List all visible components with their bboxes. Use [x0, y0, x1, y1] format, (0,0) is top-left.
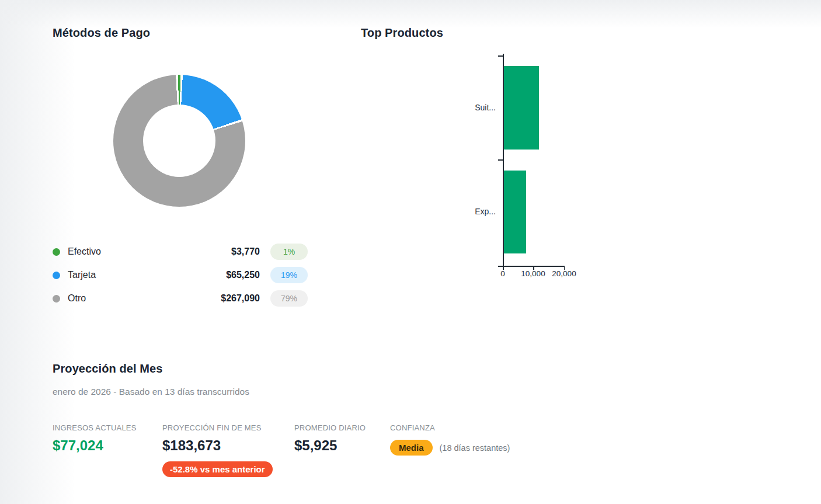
x-tick-label: 10,000 — [516, 269, 551, 278]
legend-row-tarjeta: Tarjeta $65,250 19% — [53, 263, 308, 287]
legend-label: Tarjeta — [68, 270, 96, 280]
stat-label: CONFIANZA — [390, 423, 510, 432]
projection-stats: INGRESOS ACTUALES $77,024 PROYECCIÓN FIN… — [53, 423, 510, 477]
confidence-note: (18 días restantes) — [440, 443, 510, 453]
legend-label: Otro — [68, 293, 86, 304]
efectivo-color-dot — [53, 248, 60, 256]
category-label: Suit... — [447, 103, 496, 112]
dashboard-page: Métodos de Pago Efectivo $3,770 1% Tarje… — [0, 0, 821, 504]
stat-badge-3: Media — [390, 440, 433, 456]
stat-badge-1: -52.8% vs mes anterior — [162, 461, 273, 477]
stat-label: PROMEDIO DIARIO — [294, 423, 390, 432]
x-axis-line — [498, 266, 565, 267]
percent-pill: 79% — [270, 290, 308, 307]
y-axis-tick — [498, 159, 503, 161]
stat-ingresos-actuales: INGRESOS ACTUALES $77,024 — [53, 423, 162, 454]
stat-label: PROYECCIÓN FIN DE MES — [162, 423, 294, 432]
payment-methods-title: Métodos de Pago — [53, 26, 150, 40]
x-tick-label: 20,000 — [547, 269, 582, 278]
legend-amount: $3,770 — [231, 246, 260, 257]
percent-pill: 1% — [270, 244, 308, 260]
stat-value-0: $77,024 — [53, 437, 162, 454]
category-label: Exp... — [447, 207, 496, 216]
projection-subtitle: enero de 2026 - Basado en 13 días transc… — [53, 387, 249, 397]
stat-proyeccion-fin-de-mes: PROYECCIÓN FIN DE MES $183,673 -52.8% vs… — [162, 423, 294, 477]
y-axis-tick — [498, 55, 503, 57]
payment-methods-legend: Efectivo $3,770 1% Tarjeta $65,250 19% O… — [53, 240, 308, 310]
stat-promedio-diario: PROMEDIO DIARIO $5,925 — [294, 423, 390, 454]
bar-suit[interactable] — [504, 66, 540, 150]
payment-methods-donut-chart[interactable] — [113, 75, 245, 207]
stat-confianza: CONFIANZA Media (18 días restantes) — [390, 423, 510, 456]
tarjeta-color-dot — [53, 272, 60, 279]
projection-title: Proyección del Mes — [53, 362, 163, 376]
legend-amount: $65,250 — [226, 270, 260, 280]
stat-value-1: $183,673 — [162, 437, 294, 454]
x-tick-label: 0 — [485, 269, 520, 278]
top-products-title: Top Productos — [361, 26, 443, 40]
otro-color-dot — [53, 295, 60, 303]
legend-row-otro: Otro $267,090 79% — [53, 287, 308, 310]
stat-value-2: $5,925 — [294, 437, 390, 454]
percent-pill: 19% — [270, 267, 308, 283]
bar-exp[interactable] — [504, 171, 526, 253]
stat-label: INGRESOS ACTUALES — [53, 423, 162, 432]
top-products-bar-chart: Suit... Exp... 0 10,000 20,000 — [498, 53, 580, 286]
legend-amount: $267,090 — [221, 293, 260, 304]
legend-row-efectivo: Efectivo $3,770 1% — [53, 240, 308, 263]
legend-label: Efectivo — [68, 246, 101, 257]
